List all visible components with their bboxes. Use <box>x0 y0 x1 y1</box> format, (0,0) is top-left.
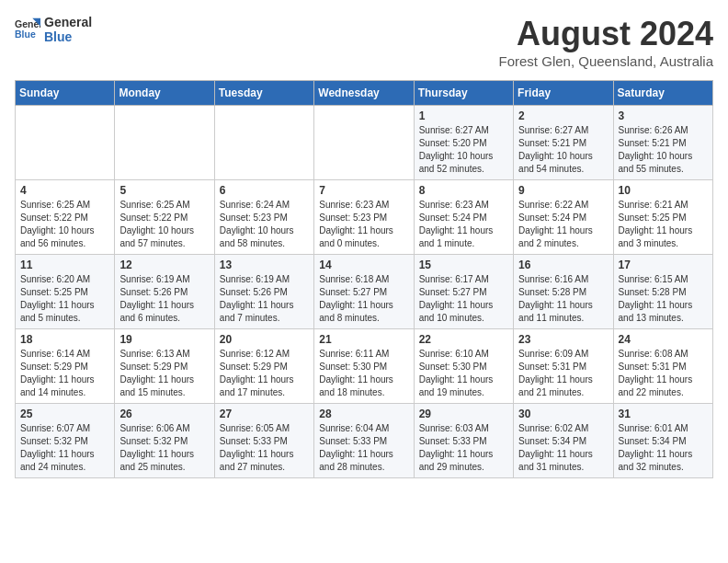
calendar-cell: 11Sunrise: 6:20 AM Sunset: 5:25 PM Dayli… <box>16 255 115 329</box>
calendar-cell: 21Sunrise: 6:11 AM Sunset: 5:30 PM Dayli… <box>314 329 414 404</box>
calendar-cell: 2Sunrise: 6:27 AM Sunset: 5:21 PM Daylig… <box>514 106 613 180</box>
day-number: 14 <box>319 259 408 271</box>
calendar-cell: 3Sunrise: 6:26 AM Sunset: 5:21 PM Daylig… <box>613 106 712 180</box>
day-info: Sunrise: 6:15 AM Sunset: 5:28 PM Dayligh… <box>619 273 708 325</box>
day-info: Sunrise: 6:23 AM Sunset: 5:23 PM Dayligh… <box>319 199 408 250</box>
day-number: 22 <box>419 333 508 346</box>
day-info: Sunrise: 6:23 AM Sunset: 5:24 PM Dayligh… <box>419 199 508 250</box>
calendar-week-row: 11Sunrise: 6:20 AM Sunset: 5:25 PM Dayli… <box>16 255 713 329</box>
calendar-cell: 26Sunrise: 6:06 AM Sunset: 5:32 PM Dayli… <box>115 404 214 478</box>
day-number: 30 <box>518 408 608 420</box>
day-number: 17 <box>619 259 708 271</box>
day-number: 16 <box>518 259 608 271</box>
day-info: Sunrise: 6:27 AM Sunset: 5:20 PM Dayligh… <box>419 124 508 176</box>
calendar-cell <box>115 106 214 180</box>
weekday-header-saturday: Saturday <box>613 81 712 106</box>
calendar-cell: 30Sunrise: 6:02 AM Sunset: 5:34 PM Dayli… <box>514 404 613 478</box>
calendar-cell: 17Sunrise: 6:15 AM Sunset: 5:28 PM Dayli… <box>613 255 712 329</box>
calendar-table: SundayMondayTuesdayWednesdayThursdayFrid… <box>15 80 713 478</box>
calendar-cell: 19Sunrise: 6:13 AM Sunset: 5:29 PM Dayli… <box>115 329 214 404</box>
day-number: 21 <box>319 333 408 346</box>
day-info: Sunrise: 6:26 AM Sunset: 5:21 PM Dayligh… <box>619 124 708 176</box>
calendar-cell: 15Sunrise: 6:17 AM Sunset: 5:27 PM Dayli… <box>414 255 513 329</box>
day-info: Sunrise: 6:25 AM Sunset: 5:22 PM Dayligh… <box>119 199 209 250</box>
day-info: Sunrise: 6:22 AM Sunset: 5:24 PM Dayligh… <box>518 199 608 250</box>
calendar-cell: 31Sunrise: 6:01 AM Sunset: 5:34 PM Dayli… <box>613 404 712 478</box>
day-info: Sunrise: 6:20 AM Sunset: 5:25 PM Dayligh… <box>20 273 109 325</box>
calendar-cell <box>16 106 115 180</box>
calendar-week-row: 25Sunrise: 6:07 AM Sunset: 5:32 PM Dayli… <box>16 404 713 478</box>
day-info: Sunrise: 6:19 AM Sunset: 5:26 PM Dayligh… <box>119 273 209 325</box>
day-number: 1 <box>419 109 508 122</box>
logo-line2: Blue <box>44 29 92 44</box>
calendar-cell: 10Sunrise: 6:21 AM Sunset: 5:25 PM Dayli… <box>613 180 712 255</box>
calendar-week-row: 4Sunrise: 6:25 AM Sunset: 5:22 PM Daylig… <box>16 180 713 255</box>
day-number: 23 <box>518 333 608 346</box>
weekday-header-monday: Monday <box>115 81 214 106</box>
calendar-week-row: 1Sunrise: 6:27 AM Sunset: 5:20 PM Daylig… <box>16 106 713 180</box>
day-info: Sunrise: 6:19 AM Sunset: 5:26 PM Dayligh… <box>220 273 309 325</box>
day-info: Sunrise: 6:21 AM Sunset: 5:25 PM Dayligh… <box>619 199 708 250</box>
day-number: 20 <box>220 333 309 346</box>
day-info: Sunrise: 6:24 AM Sunset: 5:23 PM Dayligh… <box>220 199 309 250</box>
day-number: 15 <box>419 259 508 271</box>
day-info: Sunrise: 6:10 AM Sunset: 5:30 PM Dayligh… <box>419 348 508 399</box>
day-info: Sunrise: 6:14 AM Sunset: 5:29 PM Dayligh… <box>20 348 109 399</box>
day-info: Sunrise: 6:13 AM Sunset: 5:29 PM Dayligh… <box>119 348 209 399</box>
calendar-cell: 23Sunrise: 6:09 AM Sunset: 5:31 PM Dayli… <box>514 329 613 404</box>
day-info: Sunrise: 6:02 AM Sunset: 5:34 PM Dayligh… <box>518 422 608 474</box>
calendar-cell: 29Sunrise: 6:03 AM Sunset: 5:33 PM Dayli… <box>414 404 513 478</box>
calendar-cell: 9Sunrise: 6:22 AM Sunset: 5:24 PM Daylig… <box>514 180 613 255</box>
page-header: General Blue General Blue August 2024 Fo… <box>15 15 713 69</box>
calendar-cell: 7Sunrise: 6:23 AM Sunset: 5:23 PM Daylig… <box>314 180 414 255</box>
calendar-cell <box>214 106 313 180</box>
calendar-cell: 24Sunrise: 6:08 AM Sunset: 5:31 PM Dayli… <box>613 329 712 404</box>
calendar-cell: 6Sunrise: 6:24 AM Sunset: 5:23 PM Daylig… <box>214 180 313 255</box>
weekday-header-tuesday: Tuesday <box>214 81 313 106</box>
svg-text:Blue: Blue <box>15 29 36 40</box>
logo-icon: General Blue <box>15 17 40 42</box>
calendar-cell: 12Sunrise: 6:19 AM Sunset: 5:26 PM Dayli… <box>115 255 214 329</box>
calendar-cell: 4Sunrise: 6:25 AM Sunset: 5:22 PM Daylig… <box>16 180 115 255</box>
weekday-header-sunday: Sunday <box>16 81 115 106</box>
calendar-cell <box>314 106 414 180</box>
day-number: 29 <box>419 408 508 420</box>
calendar-cell: 27Sunrise: 6:05 AM Sunset: 5:33 PM Dayli… <box>214 404 313 478</box>
month-title: August 2024 <box>499 15 713 53</box>
calendar-cell: 5Sunrise: 6:25 AM Sunset: 5:22 PM Daylig… <box>115 180 214 255</box>
day-number: 31 <box>619 408 708 420</box>
day-number: 12 <box>119 259 209 271</box>
calendar-cell: 1Sunrise: 6:27 AM Sunset: 5:20 PM Daylig… <box>414 106 513 180</box>
calendar-cell: 8Sunrise: 6:23 AM Sunset: 5:24 PM Daylig… <box>414 180 513 255</box>
day-info: Sunrise: 6:25 AM Sunset: 5:22 PM Dayligh… <box>20 199 109 250</box>
day-info: Sunrise: 6:01 AM Sunset: 5:34 PM Dayligh… <box>619 422 708 474</box>
day-number: 13 <box>220 259 309 271</box>
calendar-cell: 16Sunrise: 6:16 AM Sunset: 5:28 PM Dayli… <box>514 255 613 329</box>
day-number: 3 <box>619 109 708 122</box>
day-info: Sunrise: 6:05 AM Sunset: 5:33 PM Dayligh… <box>220 422 309 474</box>
day-info: Sunrise: 6:06 AM Sunset: 5:32 PM Dayligh… <box>119 422 209 474</box>
day-number: 10 <box>619 184 708 197</box>
day-info: Sunrise: 6:12 AM Sunset: 5:29 PM Dayligh… <box>220 348 309 399</box>
calendar-week-row: 18Sunrise: 6:14 AM Sunset: 5:29 PM Dayli… <box>16 329 713 404</box>
day-number: 18 <box>20 333 109 346</box>
day-info: Sunrise: 6:17 AM Sunset: 5:27 PM Dayligh… <box>419 273 508 325</box>
day-number: 8 <box>419 184 508 197</box>
day-number: 19 <box>119 333 209 346</box>
weekday-header-thursday: Thursday <box>414 81 513 106</box>
logo-line1: General <box>44 15 92 29</box>
day-info: Sunrise: 6:03 AM Sunset: 5:33 PM Dayligh… <box>419 422 508 474</box>
location: Forest Glen, Queensland, Australia <box>499 53 713 69</box>
day-number: 27 <box>220 408 309 420</box>
calendar-cell: 22Sunrise: 6:10 AM Sunset: 5:30 PM Dayli… <box>414 329 513 404</box>
logo: General Blue General Blue <box>15 15 92 44</box>
day-info: Sunrise: 6:11 AM Sunset: 5:30 PM Dayligh… <box>319 348 408 399</box>
weekday-header-wednesday: Wednesday <box>314 81 414 106</box>
day-number: 9 <box>518 184 608 197</box>
day-number: 4 <box>20 184 109 197</box>
calendar-cell: 25Sunrise: 6:07 AM Sunset: 5:32 PM Dayli… <box>16 404 115 478</box>
calendar-cell: 13Sunrise: 6:19 AM Sunset: 5:26 PM Dayli… <box>214 255 313 329</box>
weekday-header-row: SundayMondayTuesdayWednesdayThursdayFrid… <box>16 81 713 106</box>
day-info: Sunrise: 6:04 AM Sunset: 5:33 PM Dayligh… <box>319 422 408 474</box>
day-info: Sunrise: 6:18 AM Sunset: 5:27 PM Dayligh… <box>319 273 408 325</box>
